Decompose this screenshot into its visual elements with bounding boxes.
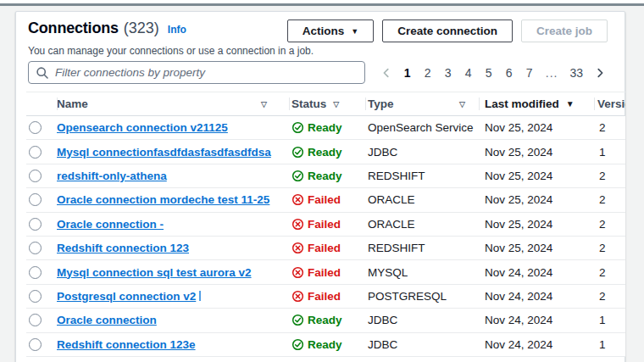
row-radio-button[interactable]: [29, 146, 42, 159]
type-cell: OpenSearch Service: [365, 121, 479, 134]
pagination-page-2[interactable]: 2: [421, 65, 435, 81]
type-cell: JDBC: [365, 338, 479, 351]
sort-desc-icon-last-modified[interactable]: ▼: [566, 99, 575, 109]
create-job-button[interactable]: Create job: [521, 19, 608, 42]
pagination: 1234567...33: [379, 65, 608, 81]
connection-name-link[interactable]: Redshift connection 123: [57, 242, 189, 254]
row-select-cell: [26, 193, 57, 206]
row-select-cell: [26, 290, 57, 303]
status-cell: Failed: [289, 242, 365, 254]
last-modified-cell: Nov 25, 2024: [479, 193, 594, 206]
status-label: Ready: [308, 146, 342, 159]
status-failed-icon: [291, 218, 304, 231]
row-radio-button[interactable]: [29, 121, 42, 134]
table-row: Oracle connection mordeche test 11-25 Fa…: [26, 188, 625, 212]
last-modified-cell: Nov 25, 2024: [479, 146, 594, 159]
status-failed-icon: [291, 266, 304, 279]
status-label: Ready: [308, 314, 342, 326]
status-ready-icon: [291, 338, 304, 351]
status-ready-icon: [291, 121, 304, 134]
row-select-cell: [26, 218, 57, 231]
pagination-next-icon[interactable]: [592, 67, 608, 79]
status-failed-icon: [291, 290, 304, 303]
table-header-row: Name ▽ Status ▽ Type ▽ Last modified ▼ V…: [26, 92, 625, 116]
row-radio-button[interactable]: [29, 338, 42, 351]
pagination-page-6[interactable]: 6: [502, 65, 516, 81]
row-radio-button[interactable]: [29, 193, 42, 206]
connection-name-link[interactable]: redshift-only-athena: [57, 170, 167, 182]
name-cell: Mysql connection sql test aurora v2: [57, 266, 289, 279]
status-cell: Ready: [289, 146, 365, 159]
filter-connections-input[interactable]: [55, 66, 358, 79]
type-cell: POSTGRESQL: [365, 290, 479, 303]
column-header-version[interactable]: Version: [594, 92, 625, 115]
connection-name-link[interactable]: Mysql connectionfasdfdasfasdfasdfdsa: [57, 146, 271, 159]
name-cell: redshift-only-athena: [57, 170, 289, 182]
status-cell: Failed: [289, 193, 365, 206]
row-select-cell: [26, 242, 57, 254]
column-header-name[interactable]: Name ▽: [57, 92, 289, 115]
row-radio-button[interactable]: [29, 290, 42, 303]
row-select-cell: [26, 266, 57, 279]
status-ready-icon: [291, 170, 304, 182]
connection-name-link[interactable]: Opensearch connection v21125: [57, 121, 228, 134]
table-row: Oracle connection Ready JDBC Nov 24, 202…: [26, 309, 625, 332]
last-modified-cell: Nov 24, 2024: [479, 314, 594, 326]
pagination-prev-icon[interactable]: [379, 67, 394, 79]
connection-name-link[interactable]: Oracle connection: [57, 314, 157, 326]
type-cell: JDBC: [365, 146, 479, 159]
table-body: Opensearch connection v21125 Ready OpenS…: [26, 116, 625, 357]
top-nav-border: [0, 3, 644, 6]
status-label: Ready: [308, 338, 342, 351]
name-cell: Oracle connection -: [57, 218, 289, 231]
table-row: Mysql connectionfasdfdasfasdfasdfdsa Rea…: [26, 140, 625, 164]
status-cell: Ready: [289, 170, 365, 182]
sort-icon-status[interactable]: ▽: [333, 100, 339, 109]
version-cell: 2: [594, 218, 625, 231]
page-title: Connections: [28, 19, 119, 37]
pagination-page-7[interactable]: 7: [523, 65, 536, 81]
status-failed-icon: [291, 242, 304, 254]
status-cell: Failed: [289, 266, 365, 279]
connection-name-link[interactable]: Oracle connection -: [57, 218, 164, 231]
type-cell: ORACLE: [365, 193, 479, 206]
row-select-cell: [26, 314, 57, 326]
type-cell: MYSQL: [365, 266, 479, 279]
connection-name-link[interactable]: Redshift connection 123e: [57, 338, 196, 351]
last-modified-cell: Nov 24, 2024: [479, 266, 594, 279]
connection-name-link[interactable]: Mysql connection sql test aurora v2: [57, 266, 252, 279]
create-connection-button[interactable]: Create connection: [382, 19, 513, 42]
pagination-page-4[interactable]: 4: [462, 65, 475, 81]
row-radio-button[interactable]: [29, 170, 42, 182]
column-header-last-modified[interactable]: Last modified ▼: [479, 92, 594, 115]
table-row: Mysql connection sql test aurora v2 Fail…: [26, 260, 625, 284]
row-radio-button[interactable]: [29, 218, 42, 231]
column-header-type[interactable]: Type ▽: [365, 92, 479, 115]
panel-description: You can manage your connections or use a…: [28, 45, 314, 57]
filter-box[interactable]: [28, 61, 365, 84]
connection-name-link[interactable]: Oracle connection mordeche test 11-25: [57, 193, 269, 206]
info-link[interactable]: Info: [168, 24, 186, 36]
actions-button[interactable]: Actions ▼: [287, 19, 374, 42]
connections-panel: Connections (323) Info Actions ▼ Create …: [15, 11, 625, 362]
sort-icon-type[interactable]: ▽: [459, 100, 465, 109]
status-label: Failed: [308, 218, 341, 231]
pagination-page-33[interactable]: 33: [567, 65, 586, 81]
pagination-page-5[interactable]: 5: [482, 65, 496, 81]
pagination-pages: 1234567...33: [401, 65, 586, 81]
last-modified-cell: Nov 24, 2024: [479, 338, 594, 351]
sort-icon-name[interactable]: ▽: [261, 100, 267, 109]
status-ready-icon: [291, 314, 304, 326]
connections-table: Name ▽ Status ▽ Type ▽ Last modified ▼ V…: [26, 92, 625, 357]
status-cell: Ready: [289, 314, 365, 326]
name-cell: Redshift connection 123e: [57, 338, 289, 351]
version-cell: 2: [594, 170, 625, 182]
column-header-status[interactable]: Status ▽: [289, 92, 365, 115]
pagination-page-3[interactable]: 3: [441, 65, 455, 81]
row-radio-button[interactable]: [29, 314, 42, 326]
row-radio-button[interactable]: [29, 266, 42, 279]
connection-name-link[interactable]: Postgresql connection v2: [57, 290, 196, 303]
row-radio-button[interactable]: [29, 242, 42, 254]
pagination-page-1[interactable]: 1: [401, 65, 414, 81]
name-cell: Postgresql connection v2: [57, 290, 289, 303]
